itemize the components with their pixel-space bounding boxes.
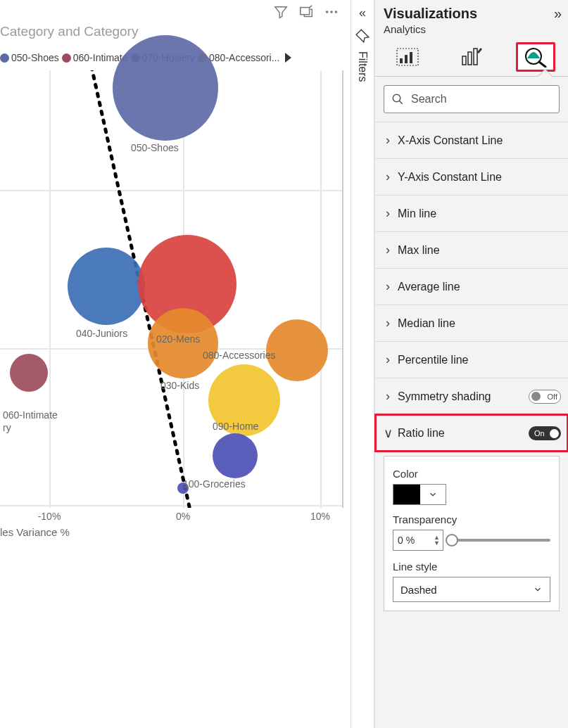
analytics-icon: [524, 46, 548, 68]
bubble-label: 040-Juniors: [76, 328, 127, 339]
bookmark-icon[interactable]: [351, 29, 374, 43]
chevron-right-icon: ›: [382, 389, 393, 404]
svg-point-14: [393, 94, 400, 102]
line-style-label: Line style: [393, 561, 550, 573]
focus-mode-icon[interactable]: [298, 4, 314, 20]
transparency-slider[interactable]: [452, 539, 550, 542]
legend-next-icon[interactable]: [285, 53, 291, 63]
search-placeholder: Search: [411, 93, 447, 106]
svg-rect-10: [468, 52, 472, 65]
section-percentile-line[interactable]: ›Percentile line: [375, 341, 568, 378]
panel-mode-tabs: [375, 39, 568, 72]
filters-pane-collapsed[interactable]: « Filters: [351, 0, 374, 728]
collapse-icon[interactable]: «: [351, 6, 374, 20]
x-axis-label: les Variance %: [0, 526, 70, 538]
section-min-line[interactable]: ›Min line: [375, 195, 568, 231]
color-picker[interactable]: [393, 484, 446, 505]
bubble-shoes[interactable]: [113, 35, 218, 141]
chevron-down-icon: [420, 490, 446, 499]
scatter-plot[interactable]: 050-Shoes 040-Juniors 020-Mens 030-Kids …: [0, 70, 343, 508]
svg-rect-7: [405, 55, 408, 63]
section-median-line[interactable]: ›Median line: [375, 305, 568, 341]
svg-rect-0: [301, 8, 310, 15]
chevron-right-icon: ›: [382, 279, 393, 294]
ratio-line-options: Color Transparency 0 % ▲▼ Line style Das…: [384, 456, 560, 611]
chart-title: Category and Category: [0, 24, 138, 39]
chevron-right-icon: ›: [382, 316, 393, 331]
tab-fields[interactable]: [388, 42, 427, 72]
bubble-label: 020-Mens: [156, 333, 200, 345]
svg-rect-8: [410, 52, 412, 63]
section-y-axis-constant-line[interactable]: ›Y-Axis Constant Line: [375, 158, 568, 195]
search-input[interactable]: Search: [384, 85, 560, 113]
svg-rect-9: [462, 56, 466, 65]
transparency-label: Transparency: [393, 513, 550, 525]
bubble-label: 080-Accessories: [203, 350, 276, 361]
section-max-line[interactable]: ›Max line: [375, 231, 568, 268]
section-average-line[interactable]: ›Average line: [375, 268, 568, 305]
svg-rect-6: [400, 58, 403, 63]
section-x-axis-constant-line[interactable]: ›X-Axis Constant Line: [375, 122, 568, 158]
fields-icon: [396, 47, 419, 67]
panel-subtitle: Analytics: [375, 23, 568, 39]
chevron-down-icon: ∨: [382, 426, 393, 441]
svg-rect-11: [474, 49, 477, 65]
bubble-label: ry: [3, 422, 11, 433]
toggle-symmetry-shading[interactable]: Off: [529, 390, 561, 404]
svg-line-13: [539, 62, 545, 67]
bubble-label: 030-Kids: [160, 380, 199, 391]
bubble-juniors[interactable]: [68, 248, 145, 325]
visualizations-panel: Visualizations » Analytics Search ›X-Axi…: [374, 0, 568, 728]
chevron-right-icon: ›: [382, 206, 393, 221]
transparency-input[interactable]: 0 % ▲▼: [393, 530, 443, 551]
stepper-icon[interactable]: ▲▼: [434, 535, 440, 546]
panel-title: Visualizations: [384, 6, 477, 22]
chart-area: Category and Category 050-Shoes 060-Inti…: [0, 0, 345, 556]
search-icon: [391, 93, 404, 106]
chevron-right-icon: ›: [382, 133, 393, 148]
bubble-label: 090-Home: [213, 421, 258, 432]
expand-icon[interactable]: »: [554, 6, 560, 22]
more-options-icon[interactable]: [324, 4, 339, 20]
color-label: Color: [393, 468, 550, 480]
section-symmetry-shading[interactable]: ›Symmetry shading Off: [375, 378, 568, 414]
svg-point-1: [326, 11, 329, 13]
bubble-home[interactable]: [213, 433, 258, 478]
color-swatch: [393, 485, 420, 504]
toggle-ratio-line[interactable]: On: [529, 426, 561, 440]
format-icon: [460, 46, 484, 68]
chevron-down-icon: [533, 585, 543, 594]
filters-label: Filters: [356, 51, 369, 82]
filter-icon[interactable]: [273, 4, 289, 20]
x-axis-ticks: -10% 0% 10%: [0, 511, 343, 525]
chevron-right-icon: ›: [382, 352, 393, 367]
chevron-right-icon: ›: [382, 243, 393, 257]
bubble-label: 050-Shoes: [131, 142, 179, 153]
legend-item[interactable]: 060-Intimate: [62, 52, 128, 63]
svg-point-2: [330, 11, 333, 13]
legend-item[interactable]: 050-Shoes: [0, 52, 59, 63]
bubble-intimate[interactable]: [10, 354, 48, 392]
line-style-select[interactable]: Dashed: [393, 577, 550, 602]
tab-format[interactable]: [452, 42, 491, 72]
tab-analytics[interactable]: [516, 42, 555, 72]
bubble-label: 060-Intimate: [3, 409, 58, 421]
section-ratio-line[interactable]: ∨Ratio line On: [375, 414, 568, 452]
bubble-label: 100-Groceries: [183, 478, 246, 490]
svg-point-3: [335, 11, 338, 13]
svg-line-15: [399, 101, 403, 104]
chevron-right-icon: ›: [382, 170, 393, 184]
